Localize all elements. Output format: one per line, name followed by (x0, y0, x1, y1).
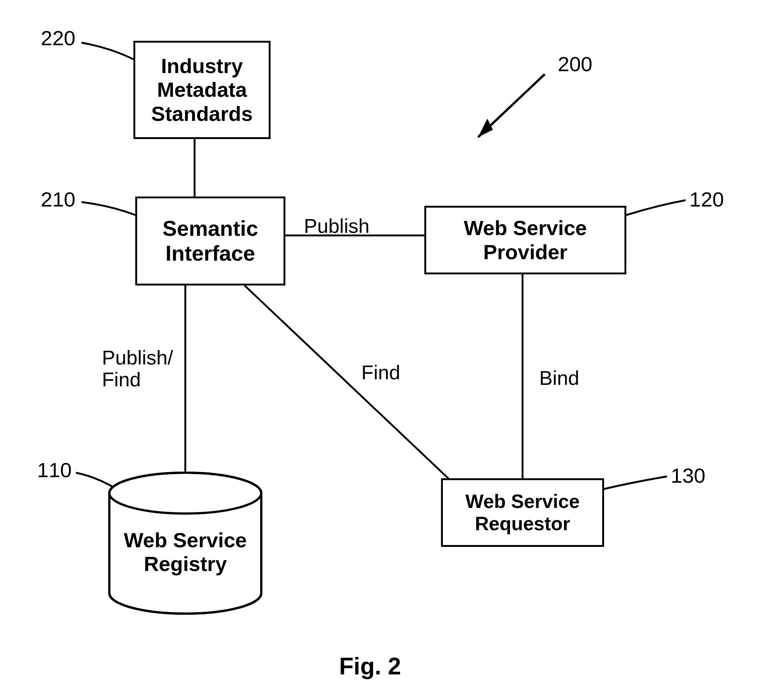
ref-130: 130 (671, 463, 705, 488)
edge-label-bind: Bind (539, 367, 579, 389)
node-label: Industry Metadata Standards (151, 54, 253, 126)
ref-210: 210 (41, 187, 75, 211)
node-label: Web Service Registry (109, 528, 261, 576)
node-label: Semantic Interface (163, 216, 258, 265)
svg-line-5 (478, 74, 545, 137)
node-web-service-provider: Web Service Provider (424, 206, 626, 274)
edge-label-find: Find (361, 362, 400, 383)
ref-220: 220 (41, 26, 75, 50)
node-label: Web Service Requestor (466, 490, 579, 535)
ref-110: 110 (37, 458, 72, 482)
node-web-service-requestor: Web Service Requestor (441, 478, 604, 547)
figure-caption: Fig. 2 (339, 653, 401, 680)
node-semantic-interface: Semantic Interface (135, 197, 285, 285)
diagram-canvas: Industry Metadata Standards 220 Semantic… (0, 0, 779, 700)
ref-120: 120 (689, 187, 724, 211)
svg-line-3 (245, 285, 452, 482)
node-web-service-registry: Web Service Registry (109, 473, 261, 613)
node-industry-metadata-standards: Industry Metadata Standards (133, 41, 271, 139)
edge-label-publish: Publish (304, 215, 370, 237)
node-label: Web Service Provider (464, 216, 587, 264)
ref-200: 200 (558, 52, 592, 76)
svg-marker-6 (478, 118, 493, 137)
edge-label-publish-find: Publish/ Find (102, 347, 173, 391)
